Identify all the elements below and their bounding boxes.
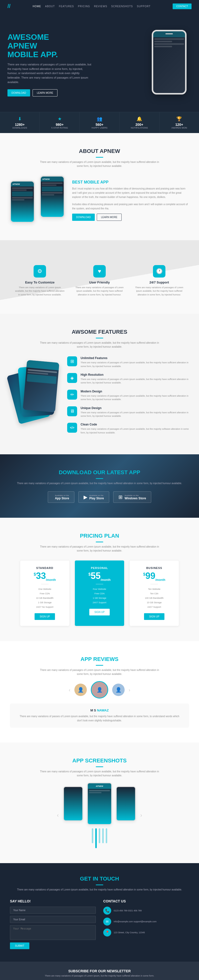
contact-section: GET IN TOUCH There are many variations o… [0,863,199,962]
app-store-text: Available on the App Store [55,494,69,500]
newsletter-subtitle: There are many variations of passages of… [10,975,189,977]
stat-awards: 🏆 120+ Awards Won [159,112,199,133]
about-right-content: BEST MOBILE APP But I must explain to yo… [72,180,189,221]
awards-label: Awards Won [162,127,196,129]
features-row-section: ⚙ Easy To Customize There are many varia… [0,240,199,314]
feature-item: 100 GB Bandwidth [135,596,174,600]
feature-item: One Website [25,587,64,591]
business-signup-button[interactable]: SIGN UP [144,613,164,620]
personal-plan: PERSONAL $55/month Four Website Free CDN… [75,560,124,626]
screenshots-next-button[interactable]: › [138,812,144,819]
support-icon: 🕐 [153,265,166,277]
af-item-modern: ✏ Modern Design There are many variation… [67,390,189,401]
reviewer-avatar-2: 👤 [112,684,125,696]
screenshots-header: APP SCREENSHOTS There are many variation… [10,757,189,778]
store-buttons: Available on the App Store ▶ Available o… [10,492,189,503]
hero-download-button[interactable]: DOWNLOAD [8,89,30,97]
stat-notifications: 🔔 200+ Notifications [119,112,159,133]
about-subtitle: There are many variations of passages of… [37,160,162,168]
say-hello-title: SAY HELLO! [10,899,96,903]
pricing-header: PRICING PLAN There are many variations o… [10,533,189,553]
unique-text: Unique Design There are many variations … [81,406,189,418]
contact-address: 📍 123 Street, City Country, 12345 [103,929,189,937]
logo[interactable]: // [8,3,10,10]
about-desc-2: Includes idea of denouncing pleasure and… [72,202,189,211]
hero-buttons: DOWNLOAD LEARN MORE [8,89,92,97]
reviewer-name: M S NAWAZ [18,708,181,712]
contact-message-input[interactable] [10,925,96,940]
nav-support[interactable]: Support [137,5,151,8]
awesome-features-list: ⊞ Unlimited Features There are many vari… [67,356,189,439]
resolution-text: High Resolution There are many variation… [81,373,189,385]
af-card-3 [23,360,59,412]
hero-section: AWESOME APNEW MOBILE APP. There are many… [0,13,199,112]
play-store-name: Play Store [89,496,104,500]
nav-reviews[interactable]: Reviews [94,5,107,8]
nav-home[interactable]: Home [33,5,41,8]
contact-name-input[interactable] [10,907,96,914]
about-learn-button[interactable]: LEARN MORE [97,213,122,221]
business-divider [151,584,158,584]
play-icon: ▶ [84,494,87,500]
play-store-button[interactable]: ▶ Available on the Play Store [78,492,109,503]
app-store-button[interactable]: Available on the App Store [48,492,74,503]
rating-label: 5 Star Rating [42,127,77,129]
screenshots-prev-button[interactable]: ‹ [55,812,61,819]
feature-item: Four Website [80,587,119,591]
review-next-button[interactable]: › [129,687,131,693]
personal-signup-button[interactable]: SIGN UP [89,609,110,616]
downloads-count: 1280+ [3,123,37,127]
about-buttons: DOWNLOAD LEARN MORE [72,213,189,221]
af-item-resolution: ◈ High Resolution There are many variati… [67,373,189,385]
unlimited-text: Unlimited Features There are many variat… [81,356,189,368]
screenshot-phone-1 [63,786,83,821]
about-download-button[interactable]: DOWNLOAD [72,213,95,221]
feature-item: Ten Cdn [135,591,174,596]
users-icon: 👥 [82,116,117,122]
nav-about[interactable]: About [45,5,55,8]
awards-count: 120+ [162,123,196,127]
features-columns: ⚙ Easy To Customize There are many varia… [10,260,189,301]
pricing-section: PRICING PLAN There are many variations o… [0,518,199,641]
newsletter-title: SUBSCRIBE FOR OUR NEWSLETTER [10,969,189,973]
about-divider [96,157,103,158]
nav-contact-button[interactable]: CONTACT [173,3,191,9]
standard-signup-button[interactable]: SIGN UP [35,613,55,620]
windows-store-button[interactable]: ⊞ Available on the Windows Store [113,492,151,503]
user-friendly-title: User Friendly [75,280,124,284]
af-item-clean: </> Clean Code There are many variations… [67,423,189,434]
reviews-divider [96,665,103,666]
awesome-features-divider [96,338,103,339]
feature-item: 1 GB Storage [80,596,119,600]
nav-screenshots[interactable]: Screenshots [111,5,133,8]
business-plan: BUSINESS $99/month Ten Website Ten Cdn 1… [129,560,179,626]
awesome-features-section: AWSOME FEATURES There are many variation… [0,314,199,454]
contact-title: GET IN TOUCH [10,875,189,882]
download-title: DOWNLOAD OUR LATEST APP [10,469,189,476]
user-friendly-desc: There are many variations of passages of… [75,286,124,296]
screenshots-title: APP SCREENSHOTS [10,757,189,764]
email-text: info@example.com support@example.com [114,920,156,924]
bar-indicator-4 [106,828,107,843]
clean-icon: </> [67,423,77,433]
reviewer-avatar-1: 👤 [74,684,87,696]
contact-email-input[interactable] [10,916,96,923]
hero-learn-button[interactable]: LEARN MORE [33,89,57,97]
nav-features[interactable]: Features [59,5,74,8]
screenshots-divider [96,767,103,767]
download-subtitle: There are many variations of passages of… [10,481,189,485]
hero-content: AWESOME APNEW MOBILE APP. There are many… [8,33,92,97]
hero-phone-mockup [122,27,191,102]
bar-indicator-2 [99,828,100,843]
feature-item: 24X7 No Support [25,605,64,609]
rating-count: 980+ [42,123,77,127]
pricing-cards: STANDARD $33/month One Website Free CDN … [10,560,189,626]
address-text: 123 Street, City Country, 12345 [114,931,145,934]
contact-submit-button[interactable]: SUBMIT [10,942,29,949]
review-prev-button[interactable]: ‹ [68,687,70,693]
phone-screen [153,31,185,93]
screenshot-screen-2 [117,787,135,820]
clean-title: Clean Code [81,423,189,426]
nav-pricing[interactable]: Pricing [78,5,90,8]
pricing-divider [96,542,103,542]
